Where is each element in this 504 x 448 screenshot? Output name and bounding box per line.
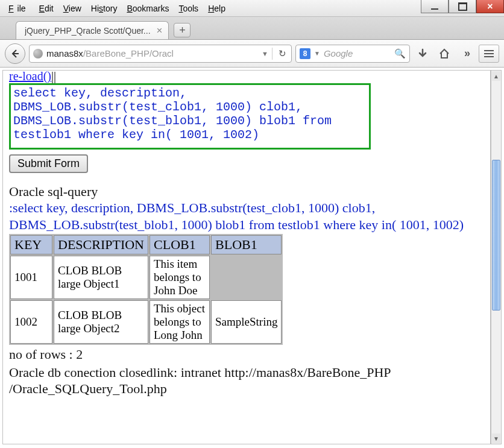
page-viewport: re-load()|| Submit Form Oracle sql-query… [2, 70, 491, 444]
window-minimize-button[interactable] [421, 0, 449, 13]
footer-text: Oracle db conection closedlink: intranet… [9, 364, 484, 397]
new-tab-button[interactable]: + [174, 23, 191, 37]
window-close-button[interactable]: × [476, 0, 504, 13]
tabstrip: jQuery_PHP_Qracle Scott/Quer... × + [0, 17, 504, 40]
cell-blob1: SampleString [211, 300, 282, 344]
row-count: no of rows : 2 [9, 346, 484, 363]
back-button[interactable] [5, 43, 25, 64]
arrow-left-icon [10, 49, 20, 58]
globe-icon [33, 49, 43, 58]
section-title: Oracle sql-query [9, 184, 484, 200]
menu-edit[interactable]: Edit [36, 2, 57, 14]
col-blob1: BLOB1 [211, 235, 282, 254]
table-row: 1002CLOB BLOB large Object2This object b… [10, 300, 282, 344]
tab-title: jQuery_PHP_Qracle Scott/Quer... [25, 26, 151, 36]
url-text: manas8x/BareBone_PHP/Oracl [46, 48, 258, 58]
downloads-icon[interactable] [414, 45, 432, 63]
divider [272, 48, 272, 60]
vertical-scrollbar[interactable]: ▲ ▼ [491, 70, 502, 444]
col-clob1: CLOB1 [150, 235, 210, 254]
cell-description: CLOB BLOB large Object1 [54, 256, 148, 299]
home-icon[interactable] [435, 45, 453, 63]
address-bar[interactable]: manas8x/BareBone_PHP/Oracl ▼ ↻ [29, 45, 292, 63]
cell-key: 1001 [10, 256, 52, 299]
reload-link-row: re-load()|| [9, 70, 484, 83]
menu-file[interactable]: File [5, 2, 33, 14]
col-key: KEY [10, 235, 52, 254]
browser-tab[interactable]: jQuery_PHP_Qracle Scott/Quer... × [16, 21, 169, 39]
sql-textarea[interactable] [9, 83, 371, 150]
url-history-dropdown-icon[interactable]: ▼ [262, 50, 268, 57]
table-header-row: KEY DESCRIPTION CLOB1 BLOB1 [10, 235, 282, 254]
window-maximize-button[interactable] [449, 0, 476, 13]
cell-description: CLOB BLOB large Object2 [54, 300, 148, 344]
table-row: 1001CLOB BLOB large Object1This item bel… [10, 256, 282, 299]
reload-sep: || [51, 70, 56, 83]
window-titlebar: File Edit View History Bookmarks Tools H… [0, 0, 504, 17]
menu-bookmarks[interactable]: Bookmarks [123, 2, 172, 14]
menu-icon[interactable] [479, 45, 499, 63]
overflow-icon[interactable]: » [457, 45, 475, 63]
reload-icon[interactable]: ↻ [276, 48, 289, 59]
submit-button[interactable]: Submit Form [9, 154, 88, 173]
search-engine-icon[interactable]: 8 [300, 48, 310, 59]
tab-close-icon[interactable]: × [157, 25, 163, 37]
menu-view[interactable]: View [60, 2, 85, 14]
col-description: DESCRIPTION [54, 235, 148, 254]
menubar: File Edit View History Bookmarks Tools H… [0, 0, 229, 16]
echoed-query: :select key, description, DBMS_LOB.subst… [9, 200, 484, 233]
nav-toolbar: manas8x/BareBone_PHP/Oracl ▼ ↻ 8 ▼ Googl… [0, 40, 504, 68]
menu-tools[interactable]: Tools [175, 2, 202, 14]
cell-clob1: This object belongs to Long John [150, 300, 210, 344]
search-icon[interactable]: 🔍 [394, 48, 406, 59]
menu-history[interactable]: History [87, 2, 121, 14]
scroll-up-icon[interactable]: ▲ [492, 71, 500, 81]
cell-key: 1002 [10, 300, 52, 344]
scroll-down-icon[interactable]: ▼ [492, 434, 500, 443]
search-engine-dropdown-icon[interactable]: ▼ [314, 50, 320, 57]
cell-clob1: This item belongs to John Doe [150, 256, 210, 299]
scroll-thumb[interactable] [492, 160, 500, 311]
menu-help[interactable]: Help [204, 2, 229, 14]
window-buttons: × [421, 0, 504, 16]
scroll-track[interactable] [492, 81, 500, 433]
search-placeholder: Google [324, 48, 391, 58]
result-table: KEY DESCRIPTION CLOB1 BLOB1 1001CLOB BLO… [9, 234, 283, 345]
reload-link[interactable]: re-load() [9, 70, 51, 83]
search-bar[interactable]: 8 ▼ Google 🔍 [295, 45, 410, 63]
